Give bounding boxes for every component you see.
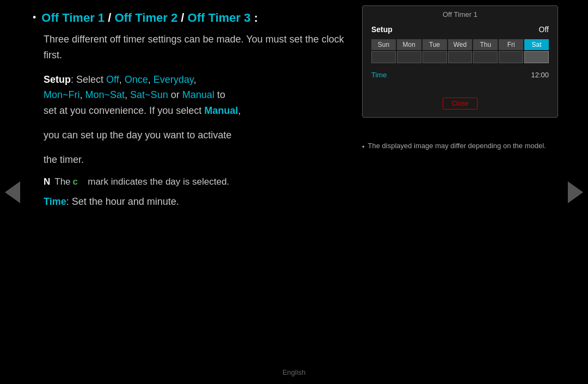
- next-arrow[interactable]: [567, 179, 584, 206]
- note-bullet-dot: •: [362, 143, 365, 151]
- option-everyday: Everyday: [154, 74, 194, 85]
- osd-close-button[interactable]: Close: [443, 97, 478, 109]
- day-box-sun: [371, 51, 396, 63]
- option-off: Off: [106, 74, 119, 85]
- time-colon: : Set the hour and minute.: [66, 196, 179, 207]
- comma4: ,: [80, 89, 85, 100]
- setup-line-4: you can set up the day you want to activ…: [44, 127, 348, 143]
- day-box-mon: [397, 51, 421, 63]
- day-box-sat: [524, 51, 549, 63]
- note-below-panel: • The displayed image may differ dependi…: [362, 142, 558, 151]
- comma6: ,: [238, 105, 241, 116]
- day-wed: Wed: [448, 39, 473, 50]
- timer-text: the timer.: [44, 154, 84, 165]
- separator-1: /: [108, 11, 114, 25]
- option-once: Once: [125, 74, 148, 85]
- day-box-wed: [448, 51, 473, 63]
- osd-panel: Off Timer 1 Setup Off Sun Mon Tue Wed Th…: [362, 5, 558, 118]
- bullet-dot: •: [33, 12, 36, 23]
- convenience-text: set at you convenience. If you select: [44, 105, 204, 116]
- comma2: ,: [148, 74, 154, 85]
- osd-time-row: Time 12:00: [367, 69, 553, 81]
- day-sat: Sat: [524, 39, 549, 50]
- section-title: • Off Timer 1 / Off Timer 2 / Off Timer …: [33, 11, 348, 25]
- day-thu: Thu: [473, 39, 498, 50]
- to-text: to: [215, 89, 225, 100]
- osd-close-area: Close: [367, 97, 553, 109]
- setup-colon: : Select: [71, 74, 106, 85]
- setup-line-3: set at you convenience. If you select Ma…: [44, 103, 348, 119]
- title-text: Off Timer 1 / Off Timer 2 / Off Timer 3 …: [41, 11, 258, 25]
- day-box-fri: [499, 51, 523, 63]
- day-tue: Tue: [422, 39, 447, 50]
- option-manual: Manual: [182, 89, 215, 100]
- osd-off-label: Off: [539, 25, 549, 34]
- osd-days-header: Sun Mon Tue Wed Thu Fri Sat: [367, 39, 553, 50]
- comma3: ,: [194, 74, 197, 85]
- separator-2: /: [181, 11, 187, 25]
- osd-day-boxes: [367, 51, 553, 63]
- note-n-label: N: [44, 176, 50, 187]
- setup-label: Setup: [44, 74, 71, 85]
- option-monfri: Mon~Fri: [44, 89, 80, 100]
- prev-arrow[interactable]: [4, 179, 21, 206]
- osd-setup-row: Setup Off: [367, 23, 553, 36]
- off-timer-2: Off Timer 2: [114, 11, 177, 25]
- main-content: • Off Timer 1 / Off Timer 2 / Off Timer …: [33, 11, 348, 208]
- setup-line-1: Setup: Select Off, Once, Everyday,: [44, 72, 348, 88]
- note-below-text: • The displayed image may differ dependi…: [362, 142, 558, 151]
- comma5: ,: [125, 89, 130, 100]
- osd-title: Off Timer 1: [367, 10, 553, 19]
- option-monsat: Mon~Sat: [85, 89, 125, 100]
- setup-line-2: Mon~Fri, Mon~Sat, Sat~Sun or Manual to: [44, 87, 348, 103]
- day-box-thu: [473, 51, 498, 63]
- comma1: ,: [119, 74, 125, 85]
- time-label: Time: [44, 196, 66, 207]
- note-line: N The c mark indicates the day is select…: [44, 176, 348, 187]
- off-timer-1: Off Timer 1: [41, 11, 105, 25]
- right-arrow-icon: [568, 181, 583, 203]
- day-sun: Sun: [371, 39, 396, 50]
- or-text: or: [168, 89, 182, 100]
- osd-time-value: 12:00: [531, 71, 549, 79]
- off-timer-3: Off Timer 3: [188, 11, 251, 25]
- day-fri: Fri: [499, 39, 523, 50]
- manual-highlight: Manual: [204, 105, 238, 116]
- left-arrow-icon: [5, 181, 20, 203]
- note-rest: mark indicates the day is selected.: [80, 176, 229, 187]
- title-colon: :: [254, 11, 258, 25]
- day-mon: Mon: [397, 39, 421, 50]
- osd-time-label: Time: [371, 71, 387, 79]
- footer-language: English: [283, 368, 306, 376]
- osd-setup-label: Setup: [371, 25, 393, 34]
- option-satsun: Sat~Sun: [130, 89, 168, 100]
- day-box-tue: [422, 51, 447, 63]
- c-mark: c: [73, 176, 78, 187]
- note-the: The: [54, 176, 70, 187]
- description-text: Three different off timer settings can b…: [44, 32, 348, 63]
- note-below-content: The displayed image may differ depending…: [368, 142, 546, 150]
- time-line: Time: Set the hour and minute.: [44, 196, 348, 208]
- setup-line-5: the timer.: [44, 152, 348, 168]
- activate-text: you can set up the day you want to activ…: [44, 130, 231, 141]
